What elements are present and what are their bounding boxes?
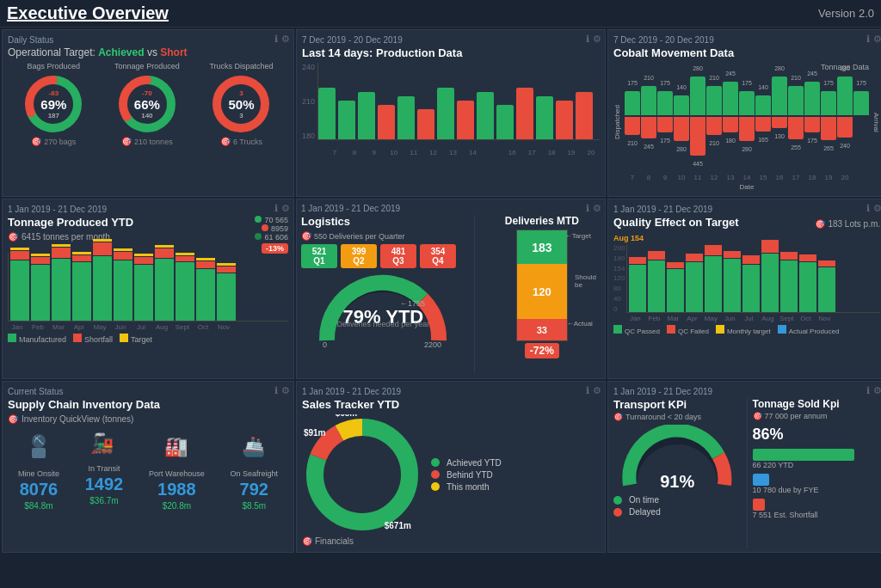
settings-icon5[interactable]: ⚙: [593, 203, 601, 214]
panel7-subtitle: Inventory QuickView (tonnes): [22, 414, 133, 424]
panel-sales: 1 Jan 2019 - 21 Dec 2019 ℹ ⚙ Sales Track…: [296, 381, 606, 553]
prod-bar: [536, 96, 553, 139]
cobalt-arrival-bar: 240: [837, 117, 853, 138]
cobalt-dispatch-bar: 175: [821, 91, 836, 115]
panel4-header: 1 Jan 2019 - 21 Dec 2019: [8, 205, 288, 214]
settings-icon4[interactable]: ⚙: [281, 203, 290, 214]
settings-icon7[interactable]: ⚙: [281, 385, 290, 396]
sales-subtitle: Financials: [315, 536, 354, 546]
panel7-icons: ℹ ⚙: [274, 385, 290, 396]
version-label: Version 2.0: [818, 7, 874, 20]
tonnage-bar-group: [134, 254, 153, 321]
tonnage-bar-group: [10, 248, 29, 321]
info-icon2[interactable]: ℹ: [586, 34, 589, 45]
cobalt-dispatch-bar: 175: [739, 91, 755, 115]
kpi-bar-label: 10 780 due by FYE: [753, 486, 881, 494]
quality-bar-group: [742, 255, 760, 312]
quality-bar-group: [705, 245, 722, 312]
page-header: Executive Overview Version 2.0: [0, 0, 881, 28]
panel8-title: Sales Tracker YTD: [302, 398, 600, 411]
tonnage-kpi-bar-row: 7 551 Est. Shortfall: [753, 499, 881, 519]
tonnage-sold-title: Tonnage Sold Kpi: [753, 398, 881, 410]
del-mtd-title: Deliveries MTD: [505, 215, 579, 227]
supply-icon-img: 🚂: [87, 431, 121, 462]
donuts-row: Bags Produced -83 69% 187 🎯270 bags Tonn…: [8, 62, 288, 146]
cobalt-dispatch-bar: 210: [788, 86, 804, 115]
panel-daily-status: Daily Status ℹ ⚙ Operational Target: Ach…: [2, 29, 294, 197]
supply-item-value: 792: [240, 480, 268, 499]
info-icon9[interactable]: ℹ: [866, 385, 870, 396]
svg-text:🏭: 🏭: [164, 435, 188, 458]
settings-icon6[interactable]: ⚙: [873, 203, 881, 214]
prod-bar: [516, 88, 533, 139]
settings-icon2[interactable]: ⚙: [593, 34, 601, 45]
svg-text:$68m: $68m: [336, 414, 358, 418]
supply-icon-img: 🚢: [238, 431, 269, 468]
panel9-header: 1 Jan 2019 - 21 Dec 2019: [613, 387, 880, 396]
svg-text:$91m: $91m: [304, 428, 326, 438]
y-mid: 210: [302, 97, 315, 106]
cobalt-arrival-bar: 175: [804, 117, 820, 132]
prod-bar: [338, 101, 355, 139]
quality-bar-group: [761, 240, 779, 312]
tonnage-bar-group: [114, 248, 132, 321]
tonnage-bar-group: [176, 253, 194, 321]
cobalt-dispatch-bar: 175: [853, 91, 869, 115]
panel8-icons: ℹ ⚙: [586, 385, 601, 396]
panel-logistics: 1 Jan 2019 - 21 Dec 2019 ℹ ⚙ Logistics 🎯…: [296, 199, 606, 379]
svg-text:0: 0: [323, 340, 327, 349]
quality-bar-group: [724, 251, 741, 312]
info-icon8[interactable]: ℹ: [586, 385, 589, 396]
actual-arrow: ←Actual: [567, 320, 593, 328]
prod-bar: [417, 109, 434, 139]
on-time-legend: On time: [613, 495, 742, 505]
panel1-header: Daily Status: [8, 35, 288, 45]
svg-text:$671m: $671m: [385, 521, 411, 530]
panel4-icons: ℹ ⚙: [274, 203, 290, 214]
quarter-badge: 354Q4: [420, 244, 456, 268]
panel5-title: Logistics: [301, 215, 465, 228]
tonnage-bar-group: [93, 239, 112, 321]
logistics-quarters: 521Q1399Q2481Q3354Q4: [301, 244, 465, 268]
panel8-header: 1 Jan 2019 - 21 Dec 2019: [302, 387, 600, 396]
logistics-gauge: 0 2200 ←1755 79% YTD Deliveries needed p…: [301, 272, 465, 328]
prod-bar: [477, 92, 494, 139]
sales-legend-item: Behind YTD: [431, 470, 502, 480]
settings-icon9[interactable]: ⚙: [873, 385, 881, 396]
del-pct-badge: -72%: [525, 343, 559, 358]
supply-item: 🚂 In Transit 1492 $36.7m: [85, 431, 124, 511]
quality-chart: Aug 15420018015412080400 JanFebMarAprMay…: [613, 234, 880, 335]
panel6-icons: ℹ ⚙: [866, 203, 881, 214]
settings-icon3[interactable]: ⚙: [873, 34, 881, 45]
shouldbe-arrow: Shouldbe: [575, 273, 596, 289]
info-icon5[interactable]: ℹ: [586, 203, 589, 214]
svg-text:⛏: ⛏: [34, 435, 44, 447]
settings-icon8[interactable]: ⚙: [593, 385, 601, 396]
logistics-divider: [474, 215, 475, 374]
transport-pct: 91%: [660, 472, 694, 492]
info-icon7[interactable]: ℹ: [274, 385, 278, 396]
info-icon6[interactable]: ℹ: [866, 203, 870, 214]
cobalt-dispatch-bar: 245: [723, 82, 738, 115]
del-actual: 33: [517, 319, 567, 340]
settings-icon[interactable]: ⚙: [281, 34, 290, 45]
delayed-legend: Delayed: [613, 507, 742, 517]
panel1-icons: ℹ ⚙: [274, 34, 290, 45]
info-icon4[interactable]: ℹ: [274, 203, 278, 214]
prod-bar: [397, 96, 415, 139]
info-icon[interactable]: ℹ: [274, 34, 278, 45]
prod-bar: [358, 92, 375, 139]
quality-bar-group: [686, 254, 703, 312]
y-max: 240: [302, 63, 315, 71]
cobalt-dispatch-bar: 245: [804, 82, 820, 115]
supply-item: 🏭 Port Warehouse 1988 $20.8m: [149, 431, 205, 511]
sales-donut: $671m$91m$68m: [302, 414, 422, 535]
supply-icons-row: ⛏ Mine Onsite 8076 $84.8m 🚂 In Transit 1…: [8, 431, 288, 511]
cobalt-dispatch-bar: 140: [674, 95, 689, 115]
tonnage-kpi-bar-row: 10 780 due by FYE: [753, 474, 881, 494]
info-icon3[interactable]: ℹ: [866, 34, 870, 45]
tonnage-bar-group: [72, 252, 91, 321]
quarter-badge: 481Q3: [380, 244, 416, 268]
logistics-left: Logistics 🎯 550 Deliveries per Quarter 5…: [301, 215, 465, 374]
svg-text:2200: 2200: [424, 340, 441, 349]
